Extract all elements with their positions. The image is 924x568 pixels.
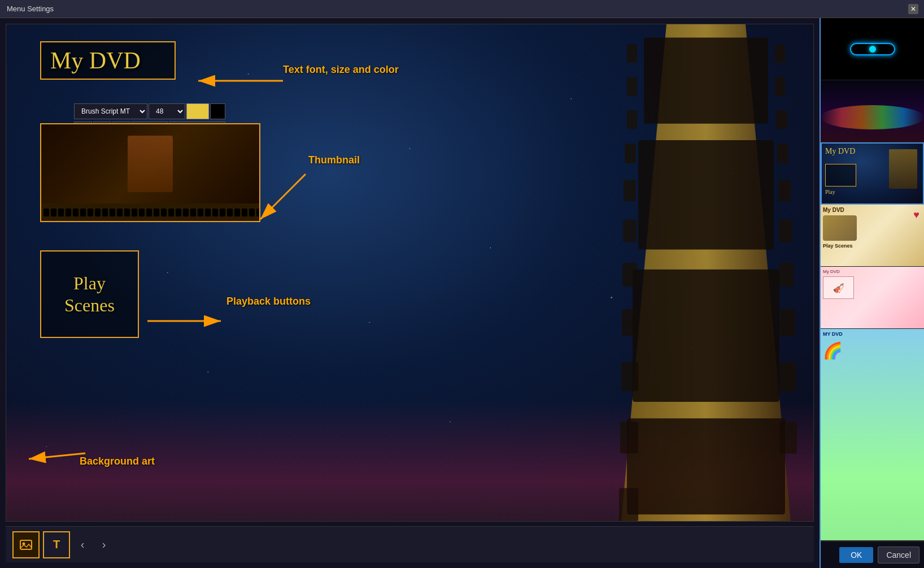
film-hole [220,209,225,216]
template-thumb-1[interactable] [821,18,924,80]
thumb4-bg: My DVD ♥ Play Scenes [821,205,924,266]
text-tool-icon: T [53,538,60,551]
template-thumb-5[interactable]: My DVD 🎻 [821,267,924,329]
film-hole [227,209,233,216]
cancel-button[interactable]: Cancel [878,547,919,563]
film-hole [234,209,240,216]
dvd-title-container: My DVD Brush Script MT Arial Times New R… [40,41,176,80]
svg-rect-6 [623,220,637,242]
thumb3-label: Play [825,189,835,195]
prev-button[interactable]: ‹ [73,536,91,554]
svg-rect-4 [625,144,636,163]
film-hole [73,209,79,216]
annotation-thumbnail: Thumbnail [308,154,360,166]
thumb3-bg: My DVD Play [822,144,923,203]
thumbnail-figure [128,136,173,192]
svg-rect-14 [776,110,787,129]
playback-area[interactable]: Play Scenes [40,250,139,338]
font-family-select[interactable]: Brush Script MT Arial Times New Roman [74,103,147,119]
bottom-toolbar: T ‹ › [6,526,814,562]
arrow-playback [142,304,232,338]
template-thumb-6[interactable]: MY DVD 🌈 [821,329,924,541]
film-hole [183,209,189,216]
film-hole [43,209,49,216]
thumbnail-area[interactable] [40,123,260,222]
image-tool-button[interactable] [12,531,40,558]
image-icon [19,538,33,552]
film-hole [95,209,101,216]
film-hole [139,209,145,216]
dvd-title-text: My DVD [50,47,165,74]
svg-rect-22 [644,37,768,123]
thumb4-title: My DVD [823,207,922,213]
svg-rect-24 [633,270,779,402]
svg-rect-20 [780,362,796,392]
thumb4-img [823,215,857,241]
arrow-thumbnail [255,168,328,225]
thumb4-heart: ♥ [913,209,919,221]
film-hole [124,209,130,216]
svg-rect-12 [775,44,785,63]
main-area: My DVD Brush Script MT Arial Times New R… [0,18,924,568]
close-button[interactable]: ✕ [908,4,918,14]
film-hole [146,209,152,216]
svg-rect-2 [627,77,637,96]
next-button[interactable]: › [95,536,113,554]
film-hole [58,209,64,216]
thumbnail-inner [41,124,259,203]
svg-rect-15 [777,144,788,163]
film-hole [212,209,218,216]
window-title: Menu Settings [7,5,54,13]
svg-rect-13 [775,77,785,96]
thumb1-dot [869,46,876,53]
thumb5-img: 🎻 [823,276,854,299]
film-hole [51,209,56,216]
preview-section: My DVD Brush Script MT Arial Times New R… [0,18,820,568]
svg-rect-19 [780,309,795,336]
film-hole [190,209,196,216]
arrow-text-font [176,53,289,109]
dialog-footer: OK Cancel [821,541,924,568]
arrow-background [23,419,91,465]
right-sidebar: My DVD Play My DVD ♥ Play Scenes My DVD … [820,18,924,568]
thumb2-aurora [821,105,924,130]
template-thumb-4[interactable]: My DVD ♥ Play Scenes [821,205,924,267]
film-hole [80,209,86,216]
film-hole [198,209,203,216]
film-hole [242,209,247,216]
svg-rect-17 [779,220,792,242]
film-hole [117,209,123,216]
ok-button[interactable]: OK [839,547,873,563]
thumb1-pill [850,43,895,55]
svg-line-33 [29,453,85,459]
svg-rect-5 [624,180,636,201]
title-bar: Menu Settings ✕ [0,0,924,18]
dvd-preview: My DVD Brush Script MT Arial Times New R… [6,24,814,522]
template-thumb-3[interactable]: My DVD Play [821,142,924,205]
film-hole [168,209,174,216]
thumb5-bg: My DVD 🎻 [821,267,924,328]
svg-rect-3 [627,110,637,129]
thumb3-title: My DVD [825,147,855,156]
film-hole [66,209,71,216]
thumb3-imgbox [825,164,856,187]
thumb4-label: Play Scenes [823,243,922,249]
thumb5-title: My DVD [823,269,922,274]
thumb6-bg: MY DVD 🌈 [821,329,924,540]
svg-rect-34 [20,540,32,549]
film-hole [102,209,108,216]
film-holes-bottom [41,203,259,222]
film-strip [599,24,813,521]
template-thumb-2[interactable] [821,80,924,142]
film-hole [161,209,167,216]
svg-line-29 [260,174,306,219]
film-hole [176,209,181,216]
thumb2-bg [821,80,924,142]
svg-rect-18 [779,263,794,287]
play-scenes-text: Play Scenes [64,272,115,316]
film-hole [205,209,211,216]
svg-rect-16 [778,180,791,201]
svg-rect-23 [638,140,774,249]
text-tool-button[interactable]: T [43,531,70,558]
thumb6-title: MY DVD [823,331,922,337]
